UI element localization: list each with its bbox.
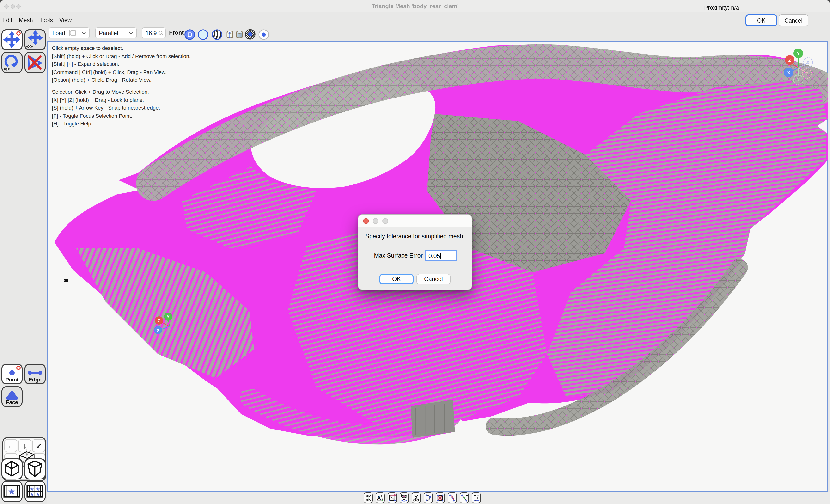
pan-view-tool-button[interactable]: [25, 29, 45, 51]
apply-ok-button[interactable]: OK: [745, 14, 777, 26]
menu-bar: Edit Mesh Tools View: [0, 13, 830, 25]
active-mode-badge: [16, 366, 21, 370]
nav-arrow-left-disabled[interactable]: ←: [4, 439, 17, 452]
load-label: Load: [52, 30, 65, 36]
iso-cube-view-button[interactable]: [1, 459, 23, 479]
help-line: [X] [Y] [Z] (hold) + Drag - Lock to plan…: [52, 96, 191, 104]
pan-view-icon: [26, 30, 44, 49]
orientation-gizmo[interactable]: Y Z X X Z Y: [784, 45, 814, 85]
max-surface-error-input[interactable]: 0.05: [425, 250, 457, 261]
help-line: [Command | Ctrl] (hold) + Click, Drag - …: [52, 68, 191, 76]
projection-dropdown[interactable]: Parallel: [95, 27, 137, 38]
help-line: [Shift] [+] - Expand selection.: [52, 60, 191, 68]
apply-cancel-button[interactable]: Cancel: [778, 14, 808, 26]
help-line: Selection Click + Drag to Move Selection…: [52, 88, 191, 96]
edit-curve-button[interactable]: [448, 493, 457, 503]
help-line: [Option] (hold) + Click, Drag - Rotate V…: [52, 76, 191, 84]
dialog-zoom-icon[interactable]: [382, 218, 388, 224]
diamond-pattern-view-button[interactable]: [244, 29, 257, 40]
help-line: [S] (hold) + Arrow Key - Snap to nearest…: [52, 104, 191, 112]
app-window: Triangle Mesh 'body_rear_clam' Edit Mesh…: [0, 0, 830, 504]
svg-text:Y: Y: [797, 77, 800, 83]
curvature-cylinder-button[interactable]: [227, 31, 233, 38]
svg-text:★: ★: [36, 492, 40, 497]
select-edge-mode-button[interactable]: Edge: [25, 364, 45, 384]
menu-mesh[interactable]: Mesh: [19, 17, 33, 24]
svg-text:Y: Y: [167, 314, 169, 319]
dialog-close-icon[interactable]: [363, 218, 369, 224]
point-display-button[interactable]: [259, 30, 268, 39]
quad-star-icon: ★ ★ ★ ★: [26, 482, 44, 501]
zoom-field[interactable]: 16.9: [142, 27, 166, 38]
view-direction-label: Front: [169, 29, 184, 36]
dialog-title-bar: [358, 215, 472, 227]
viewport-help-text: Click empty space to deselect.[Shift] (h…: [52, 44, 191, 128]
tolerance-dialog: Specify tolerance for simplified mesh: M…: [358, 214, 472, 290]
svg-text:Z: Z: [158, 318, 160, 323]
delete-selection-tool-button[interactable]: [25, 52, 45, 73]
menu-view[interactable]: View: [59, 17, 72, 24]
svg-text:X: X: [157, 328, 159, 333]
svg-text:★: ★: [30, 492, 34, 497]
select-face-mode-button[interactable]: Face: [1, 386, 23, 407]
projection-value: Parallel: [99, 30, 118, 36]
dialog-message: Specify tolerance for simplified mesh:: [358, 233, 472, 240]
svg-text:A: A: [377, 495, 381, 501]
plain-view-button[interactable]: [198, 30, 208, 39]
rotate-view-tool-button[interactable]: [1, 52, 23, 73]
menu-tools[interactable]: Tools: [39, 17, 53, 24]
gizmo-axis-y-positive: Y: [794, 49, 803, 58]
svg-text:Y: Y: [797, 51, 800, 56]
move-selection-tool-button[interactable]: [1, 29, 23, 51]
iso-cube-icon: [2, 459, 21, 478]
select-point-mode-button[interactable]: Point: [1, 364, 23, 384]
svg-text:Z: Z: [789, 58, 791, 63]
collapse-points-button[interactable]: [363, 493, 373, 503]
dialog-minimize-icon[interactable]: [373, 218, 379, 224]
match-points-icon: [473, 494, 480, 502]
single-view-layout-button[interactable]: ★: [1, 481, 23, 502]
rotate-view-icon: [2, 53, 21, 71]
edge-label: Edge: [29, 377, 41, 382]
add-point-button[interactable]: [460, 493, 469, 503]
delete-face-button[interactable]: [436, 493, 445, 503]
left-tool-sidebar: Point Edge Face ← ↓ ↙ → ← ↗ ↑: [0, 25, 46, 504]
crease-edge-button[interactable]: [400, 493, 409, 503]
perspective-cube-view-button[interactable]: [25, 459, 45, 479]
gizmo-axis-x-positive: X: [784, 68, 794, 77]
max-surface-error-label: Max Surface Error: [358, 252, 423, 259]
face-icon: [6, 390, 18, 400]
collapse-arrows-icon: [364, 494, 372, 502]
zebra-stripes-view-button[interactable]: [212, 29, 223, 40]
svg-text:Z: Z: [806, 71, 808, 76]
edge-icon: [27, 369, 43, 377]
gizmo-axis-z-negative: Z: [802, 69, 812, 78]
quad-diagonal-icon: [389, 494, 396, 502]
svg-text:X: X: [787, 70, 790, 75]
delete-triangle-icon: [26, 53, 44, 71]
load-dropdown[interactable]: Load: [49, 27, 90, 38]
gizmo-axis-z-positive: Z: [785, 55, 794, 65]
dialog-cancel-button[interactable]: Cancel: [416, 274, 451, 284]
max-surface-error-value: 0.05: [428, 252, 440, 259]
quad-view-layout-button[interactable]: ★ ★ ★ ★: [25, 481, 45, 502]
help-line: [52, 84, 191, 88]
spline-icon: [425, 494, 432, 502]
face-label: Face: [6, 400, 18, 405]
help-line: [F] - Toggle Focus Selection Point.: [52, 112, 191, 120]
match-points-button[interactable]: [472, 493, 481, 503]
shaded-square-view-button[interactable]: [185, 30, 195, 39]
eye-icon: [3, 67, 10, 70]
dialog-ok-button[interactable]: OK: [379, 274, 414, 284]
text-caret: [441, 252, 441, 259]
spline-tool-button[interactable]: [424, 493, 433, 503]
chevron-down-icon: [129, 31, 133, 34]
menu-edit[interactable]: Edit: [2, 17, 12, 24]
annotate-button[interactable]: A: [376, 493, 385, 503]
split-quad-button[interactable]: [388, 493, 397, 503]
cut-mesh-button[interactable]: [412, 493, 421, 503]
shaded-cylinder-button[interactable]: [236, 31, 242, 38]
proximity-readout: Proximity: n/a: [704, 4, 739, 11]
point-icon: [8, 369, 16, 377]
annotate-icon: A: [377, 494, 384, 502]
